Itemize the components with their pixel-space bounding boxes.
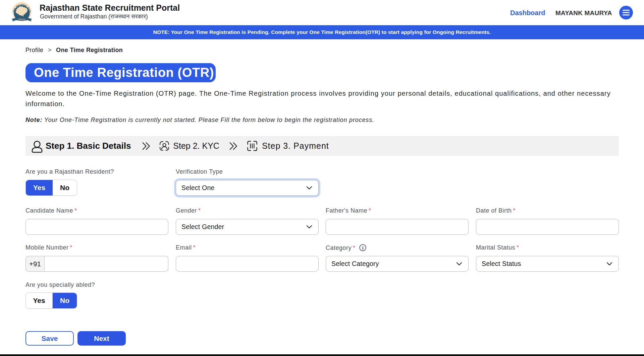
- svg-text:i: i: [362, 245, 364, 251]
- svg-text:Rajasthan: Rajasthan: [18, 18, 25, 20]
